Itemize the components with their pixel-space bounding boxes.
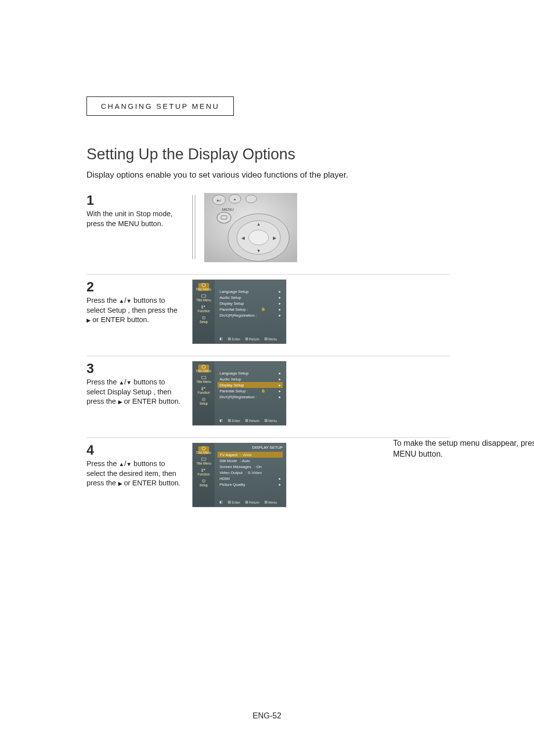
svg-rect-26	[202, 389, 203, 390]
step-text: Press the / buttons to select the desire…	[87, 459, 181, 488]
svg-point-3	[246, 195, 257, 203]
step-text: Press the / buttons to select Display Se…	[87, 378, 181, 407]
disc-menu-icon: Disc Menu	[198, 283, 209, 291]
step-1: 1 With the unit in Stop mode, press the …	[87, 188, 450, 269]
svg-point-28	[203, 399, 204, 400]
svg-rect-32	[204, 469, 205, 471]
step-text: With the unit in Stop mode, press the ME…	[87, 209, 181, 229]
row-still-mode: Still Mode: Auto	[218, 458, 283, 464]
svg-text:▶||: ▶||	[217, 199, 222, 202]
osd-setup-menu: Disc Menu Title Menu Function Setup Lang…	[192, 280, 286, 344]
svg-rect-30	[202, 458, 206, 461]
section-header: CHANGING SETUP MENU	[87, 96, 234, 116]
setup-icon: Setup	[198, 316, 209, 324]
osd-footer: ◧ Enter Return Menu	[218, 335, 283, 342]
vertical-separator	[192, 195, 195, 259]
setup-icon: Setup	[198, 479, 209, 487]
page-title: Setting Up the Display Options	[87, 145, 450, 163]
up-icon	[119, 378, 124, 386]
row-hdmi: HDMI▸	[218, 475, 283, 481]
svg-point-29	[202, 447, 206, 450]
svg-text:◀: ◀	[241, 236, 245, 240]
step-text: Press the / buttons to select Setup , th…	[87, 296, 181, 325]
svg-point-35	[203, 480, 204, 481]
title-menu-icon: Title Menu	[198, 457, 209, 465]
menu-row-divx: DivX(R)Registration :▸	[218, 312, 283, 318]
lock-icon: 🔒	[261, 307, 266, 311]
closing-note: To make the setup menu disappear, press …	[393, 438, 534, 459]
svg-rect-18	[204, 306, 205, 307]
svg-rect-16	[202, 295, 206, 297]
svg-point-21	[203, 317, 204, 318]
menu-row-display: Display Setup▸	[218, 300, 283, 306]
down-icon	[126, 460, 132, 468]
row-video-output: Video Output: S-Video	[218, 470, 283, 475]
menu-row-language: Language Setup▸	[218, 288, 283, 294]
right-icon	[118, 397, 122, 405]
step-3: 3 Press the / buttons to select Display …	[87, 356, 450, 432]
osd-sidebar: Disc Menu Title Menu Function Setup	[193, 362, 215, 425]
menu-label: MENU	[222, 207, 234, 212]
menu-row-parental: Parental Setup :🔒▸	[218, 388, 283, 394]
function-icon: Function	[198, 305, 209, 313]
svg-rect-25	[204, 387, 205, 389]
step-4: 4 Press the / buttons to select the desi…	[87, 437, 450, 514]
disc-menu-icon: Disc Menu	[198, 446, 209, 454]
title-menu-icon: Title Menu	[198, 294, 209, 302]
step-2: 2 Press the / buttons to select Setup , …	[87, 274, 450, 351]
osd-title: DISPLAY SETUP	[218, 445, 283, 450]
menu-row-display-highlighted: Display Setup▸	[218, 382, 283, 388]
remote-illustration: ▶|| ■ MENU ▲ ▼ ◀ ▶	[204, 193, 297, 262]
svg-rect-17	[202, 306, 203, 307]
right-icon	[118, 479, 122, 487]
row-screen-messages: Screen Messages: On	[218, 464, 283, 470]
osd-setup-menu-display-hl: Disc Menu Title Menu Function Setup Lang…	[192, 361, 286, 425]
down-icon	[126, 378, 132, 386]
right-icon	[87, 316, 90, 324]
svg-point-10	[249, 230, 268, 245]
page-number: ENG-52	[0, 711, 534, 720]
menu-row-audio: Audio Setup▸	[218, 294, 283, 300]
title-menu-icon: Title Menu	[198, 376, 209, 383]
osd-footer: ◧ Enter Return Menu	[218, 417, 283, 424]
up-icon	[119, 296, 124, 304]
up-icon	[119, 460, 124, 468]
menu-row-audio: Audio Setup▸	[218, 376, 283, 382]
svg-rect-33	[202, 471, 203, 472]
svg-rect-24	[202, 387, 203, 389]
svg-text:■: ■	[234, 198, 236, 201]
row-tv-aspect-highlighted: TV Aspect: Wide	[218, 452, 283, 458]
osd-footer: ◧ Enter Return Menu	[218, 499, 283, 506]
intro-text: Display options enable you to set variou…	[87, 170, 450, 180]
menu-row-language: Language Setup▸	[218, 370, 283, 376]
menu-row-parental: Parental Setup :🔒▸	[218, 306, 283, 312]
function-icon: Function	[198, 468, 209, 476]
step-number: 1	[87, 193, 181, 208]
svg-text:▼: ▼	[257, 248, 261, 253]
svg-text:▶: ▶	[273, 236, 276, 240]
svg-rect-31	[202, 469, 203, 471]
osd-sidebar: Disc Menu Title Menu Function Setup	[193, 443, 215, 507]
lock-icon: 🔒	[261, 389, 266, 393]
disc-menu-icon: Disc Menu	[198, 365, 209, 373]
osd-display-setup: Disc Menu Title Menu Function Setup DISP…	[192, 443, 286, 507]
step-number: 3	[87, 361, 181, 377]
down-icon	[126, 296, 132, 304]
osd-sidebar: Disc Menu Title Menu Function Setup	[193, 280, 215, 343]
svg-point-22	[202, 365, 206, 369]
svg-point-15	[202, 284, 206, 287]
function-icon: Function	[198, 386, 209, 394]
svg-text:▲: ▲	[257, 222, 261, 227]
step-number: 4	[87, 443, 181, 458]
svg-rect-19	[202, 307, 203, 309]
setup-icon: Setup	[198, 397, 209, 405]
row-picture-quality: Picture Quality▸	[218, 481, 283, 487]
step-number: 2	[87, 280, 181, 295]
svg-rect-23	[202, 377, 206, 379]
menu-row-divx: DivX(R)Registration :▸	[218, 394, 283, 400]
svg-point-6	[217, 212, 231, 223]
